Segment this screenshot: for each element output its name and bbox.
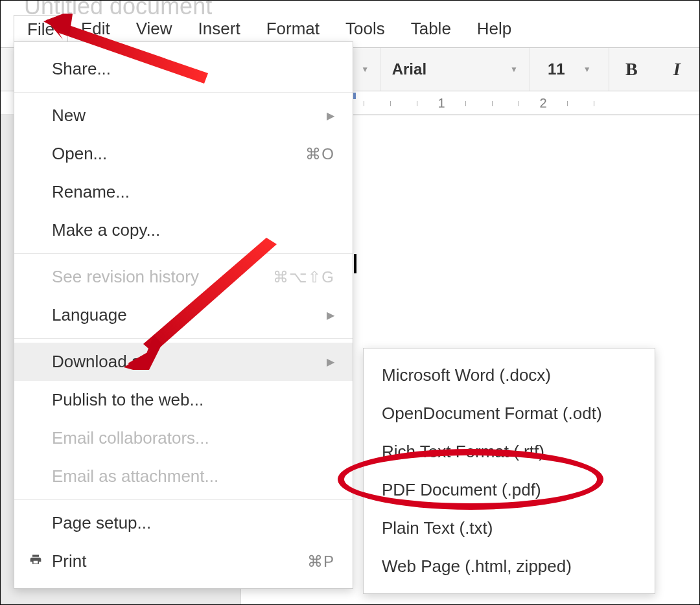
file-menu-share[interactable]: Share... bbox=[14, 50, 353, 88]
file-menu-page-setup[interactable]: Page setup... bbox=[14, 504, 353, 542]
submenu-arrow-icon: ▶ bbox=[327, 309, 334, 321]
menu-shortcut: ⌘P bbox=[307, 553, 334, 571]
ruler-tick bbox=[492, 101, 493, 106]
text-cursor bbox=[354, 254, 356, 273]
ruler-tick bbox=[390, 101, 391, 106]
font-family-label: Arial bbox=[392, 60, 426, 78]
file-menu-email-as-attachment: Email as attachment... bbox=[14, 457, 353, 496]
menu-label: Open... bbox=[52, 144, 107, 164]
font-size-dropdown[interactable]: 11 ▼ bbox=[530, 48, 609, 91]
menu-bar: File Edit View Insert Format Tools Table… bbox=[14, 15, 524, 43]
menu-label: Email collaborators... bbox=[52, 428, 209, 448]
menu-label: Rename... bbox=[52, 182, 130, 202]
menu-label: Page setup... bbox=[52, 513, 151, 533]
menu-help[interactable]: Help bbox=[464, 15, 524, 43]
bold-button[interactable]: B bbox=[609, 48, 655, 91]
menu-label: Email as attachment... bbox=[52, 466, 218, 486]
menu-separator bbox=[14, 499, 353, 500]
italic-button[interactable]: I bbox=[654, 48, 699, 91]
menu-edit[interactable]: Edit bbox=[68, 15, 123, 43]
menu-format[interactable]: Format bbox=[253, 15, 332, 43]
menu-separator bbox=[14, 92, 353, 93]
menu-label: Make a copy... bbox=[52, 220, 160, 240]
menu-label: Publish to the web... bbox=[52, 390, 204, 410]
menu-separator bbox=[14, 338, 353, 339]
download-rtf[interactable]: Rich Text Format (.rtf) bbox=[364, 433, 655, 471]
menu-shortcut: ⌘⌥⇧G bbox=[273, 268, 334, 286]
chevron-down-icon: ▼ bbox=[510, 65, 518, 74]
menu-label: Share... bbox=[52, 59, 111, 79]
menu-label: Print bbox=[52, 551, 86, 571]
menu-separator bbox=[14, 253, 353, 254]
font-family-dropdown[interactable]: Arial ▼ bbox=[380, 48, 530, 91]
menu-label: Download as bbox=[52, 352, 149, 372]
download-pdf[interactable]: PDF Document (.pdf) bbox=[364, 471, 655, 509]
font-size-label: 11 bbox=[548, 60, 565, 78]
ruler-tick bbox=[465, 101, 466, 106]
file-menu-revision-history: See revision history ⌘⌥⇧G bbox=[14, 258, 353, 296]
file-menu-publish-to-web[interactable]: Publish to the web... bbox=[14, 381, 353, 419]
file-menu-rename[interactable]: Rename... bbox=[14, 173, 353, 211]
menu-table[interactable]: Table bbox=[398, 15, 464, 43]
menu-view[interactable]: View bbox=[123, 15, 185, 43]
download-txt[interactable]: Plain Text (.txt) bbox=[364, 509, 655, 547]
ruler-tick bbox=[567, 101, 568, 106]
download-as-submenu: Microsoft Word (.docx) OpenDocument Form… bbox=[363, 348, 655, 594]
ruler-label-2: 2 bbox=[532, 96, 554, 111]
ruler-tick bbox=[364, 101, 364, 106]
print-icon bbox=[29, 553, 43, 570]
file-menu-download-as[interactable]: Download as ▶ bbox=[14, 343, 353, 381]
ruler-tick bbox=[594, 101, 594, 106]
ruler-tick bbox=[519, 101, 519, 106]
download-docx[interactable]: Microsoft Word (.docx) bbox=[364, 356, 655, 394]
menu-label: Language bbox=[52, 305, 127, 325]
file-menu-email-collaborators: Email collaborators... bbox=[14, 419, 353, 457]
file-menu-new[interactable]: New ▶ bbox=[14, 97, 353, 135]
file-menu-dropdown: Share... New ▶ Open... ⌘O Rename... Make… bbox=[14, 41, 353, 589]
chevron-down-icon: ▼ bbox=[583, 65, 591, 74]
file-menu-language[interactable]: Language ▶ bbox=[14, 296, 353, 334]
download-odt[interactable]: OpenDocument Format (.odt) bbox=[364, 394, 655, 433]
menu-label: See revision history bbox=[52, 267, 199, 287]
ruler-label-1: 1 bbox=[430, 96, 452, 111]
file-menu-open[interactable]: Open... ⌘O bbox=[14, 135, 353, 173]
submenu-arrow-icon: ▶ bbox=[327, 356, 334, 368]
menu-tools[interactable]: Tools bbox=[332, 15, 398, 43]
ruler-track: 1 2 bbox=[351, 93, 607, 114]
ruler-tick bbox=[417, 101, 417, 106]
menu-label: New bbox=[52, 106, 86, 126]
file-menu-print[interactable]: Print ⌘P bbox=[14, 542, 353, 580]
submenu-arrow-icon: ▶ bbox=[327, 109, 334, 122]
file-menu-make-a-copy[interactable]: Make a copy... bbox=[14, 211, 353, 249]
menu-insert[interactable]: Insert bbox=[185, 15, 253, 43]
download-html[interactable]: Web Page (.html, zipped) bbox=[364, 547, 655, 586]
menu-file[interactable]: File bbox=[14, 15, 68, 43]
style-dropdown-caret[interactable]: ▼ bbox=[351, 48, 380, 91]
menu-shortcut: ⌘O bbox=[305, 145, 334, 163]
